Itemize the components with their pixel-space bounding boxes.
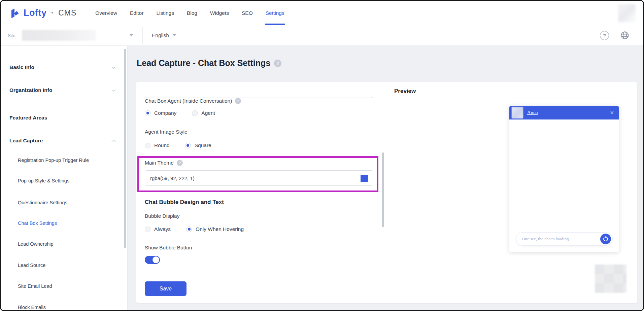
sidebar-item-featured-areas[interactable]: Featured Areas <box>9 115 116 121</box>
chevron-up-icon <box>111 139 116 142</box>
chat-widget-preview: Anna ✕ One sec, the chat’s loading... <box>509 106 619 252</box>
top-navbar: Lofty · CMS Overview Editor Listings Blo… <box>1 1 643 25</box>
radio-icon <box>186 227 192 232</box>
chat-input-placeholder: One sec, the chat’s loading... <box>522 236 572 242</box>
radio-agent[interactable]: Agent <box>192 110 215 116</box>
sidebar-scrollbar[interactable] <box>124 49 126 248</box>
chevron-down-icon[interactable] <box>130 34 133 36</box>
radio-company[interactable]: Company <box>145 110 176 116</box>
nav-item-listings[interactable]: Listings <box>156 1 174 25</box>
sidebar-item-organization-info[interactable]: Organization Info <box>9 87 116 93</box>
settings-sidebar: Basic Info Organization Info Featured Ar… <box>1 46 128 310</box>
brand[interactable]: Lofty · CMS <box>8 7 76 19</box>
brand-product: CMS <box>58 8 76 18</box>
radio-label: Only When Hovering <box>196 226 244 232</box>
nav-item-settings[interactable]: Settings <box>266 1 284 25</box>
chevron-down-icon <box>111 66 116 69</box>
lofty-logo-icon <box>8 7 21 19</box>
page-title-text: Lead Capture - Chat Box Settings <box>137 58 270 68</box>
label-text: Bubble Display <box>145 213 179 219</box>
radio-always[interactable]: Always <box>145 226 171 232</box>
nav-item-editor[interactable]: Editor <box>130 1 144 25</box>
sidebar-item-label: Organization Info <box>9 87 52 93</box>
radio-label: Company <box>154 110 176 116</box>
agent-image-style-label: Agent Image Style <box>145 129 188 135</box>
toggle-knob <box>152 256 159 263</box>
preview-panel: Preview Anna ✕ One sec, the chat’s loadi… <box>386 82 637 303</box>
show-bubble-toggle[interactable] <box>145 256 160 264</box>
globe-icon[interactable] <box>620 31 630 40</box>
chat-loading-button[interactable] <box>600 234 611 244</box>
radio-label: Square <box>195 142 211 148</box>
label-text: Chat Box Agent (Inside Conversation) <box>145 98 232 104</box>
sidebar-item-lead-ownership[interactable]: Lead Ownership <box>18 241 116 247</box>
radio-icon <box>145 227 150 232</box>
radio-label: Agent <box>201 110 215 116</box>
app-window: Lofty · CMS Overview Editor Listings Blo… <box>0 0 644 311</box>
sidebar-item-label: Lead Capture <box>9 138 43 144</box>
main-nav: Overview Editor Listings Blog Widgets SE… <box>95 1 284 25</box>
sidebar-item-popup-style-settings[interactable]: Pop-up Style & Settings <box>18 178 116 183</box>
sidebar-item-basic-info[interactable]: Basic Info <box>9 64 116 70</box>
radio-only-when-hovering[interactable]: Only When Hovering <box>186 226 244 232</box>
language-select[interactable]: English <box>152 32 176 38</box>
question-icon[interactable]: ? <box>274 60 281 67</box>
question-icon[interactable]: ? <box>177 160 183 166</box>
save-button[interactable]: Save <box>145 281 187 296</box>
page-title: Lead Capture - Chat Box Settings ? <box>137 58 281 68</box>
divider <box>142 27 143 44</box>
chat-box-agent-label: Chat Box Agent (Inside Conversation) ? <box>145 98 241 104</box>
sidebar-item-label: Basic Info <box>9 64 34 70</box>
site-select-value[interactable] <box>22 30 96 41</box>
radio-label: Round <box>154 142 170 148</box>
settings-card: Chat Box Agent (Inside Conversation) ? C… <box>136 82 637 303</box>
agent-image-style-options: Round Square <box>145 142 211 148</box>
bubble-display-label: Bubble Display <box>145 213 179 219</box>
label-text: Agent Image Style <box>145 129 188 135</box>
bubble-display-options: Always Only When Hovering <box>145 226 244 232</box>
chat-message-input[interactable]: One sec, the chat’s loading... <box>516 232 613 246</box>
nav-item-seo[interactable]: SEO <box>242 1 253 25</box>
sidebar-item-lead-capture[interactable]: Lead Capture <box>9 138 116 144</box>
sidebar-item-chat-box-settings[interactable]: Chat Box Settings <box>18 220 116 226</box>
radio-label: Always <box>154 226 171 232</box>
settings-form: Chat Box Agent (Inside Conversation) ? C… <box>136 82 386 303</box>
language-label: English <box>152 32 169 38</box>
radio-icon <box>192 110 198 116</box>
bar-icons: ? <box>600 31 630 40</box>
show-bubble-button-label: Show Bubble Button <box>145 245 192 251</box>
question-icon[interactable]: ? <box>235 98 241 104</box>
radio-square[interactable]: Square <box>185 142 211 148</box>
brand-name: Lofty <box>24 8 46 18</box>
agent-avatar <box>512 107 523 118</box>
label-text: Show Bubble Button <box>145 245 192 251</box>
chevron-down-icon <box>111 89 116 92</box>
sidebar-item-registration-popup-trigger-rule[interactable]: Registration Pop-up Trigger Rule <box>18 158 116 163</box>
main-theme-input[interactable]: rgba(59, 92, 222, 1) <box>145 170 373 186</box>
radio-icon <box>145 143 150 148</box>
color-swatch[interactable] <box>361 175 368 182</box>
chat-bubble-section-heading: Chat Bubble Design and Text <box>145 199 224 206</box>
sidebar-item-questionnaire-settings[interactable]: Questionnaire Settings <box>18 200 116 205</box>
brand-separator: · <box>51 8 54 18</box>
close-icon[interactable]: ✕ <box>610 110 614 116</box>
site-bar: Site: English ? <box>1 25 643 46</box>
label-text: Main Theme <box>145 160 174 166</box>
radio-icon <box>145 110 150 116</box>
sidebar-item-lead-source[interactable]: Lead Source <box>18 263 116 268</box>
help-icon[interactable]: ? <box>600 31 609 40</box>
radio-round[interactable]: Round <box>145 142 170 148</box>
nav-item-blog[interactable]: Blog <box>187 1 197 25</box>
radio-icon <box>185 143 191 148</box>
sidebar-item-block-emails[interactable]: Block Emails <box>18 305 116 310</box>
cutoff-input[interactable] <box>145 82 373 98</box>
preview-title: Preview <box>394 88 416 95</box>
main-theme-label: Main Theme ? <box>145 160 183 166</box>
sidebar-item-site-email-lead[interactable]: Site Email Lead <box>18 283 116 289</box>
blurred-bubble-button <box>595 265 626 293</box>
agent-name: Anna <box>527 110 538 115</box>
nav-item-widgets[interactable]: Widgets <box>210 1 229 25</box>
user-avatar[interactable] <box>618 4 636 22</box>
nav-item-overview[interactable]: Overview <box>95 1 117 25</box>
settings-scrollbar[interactable] <box>382 152 384 227</box>
